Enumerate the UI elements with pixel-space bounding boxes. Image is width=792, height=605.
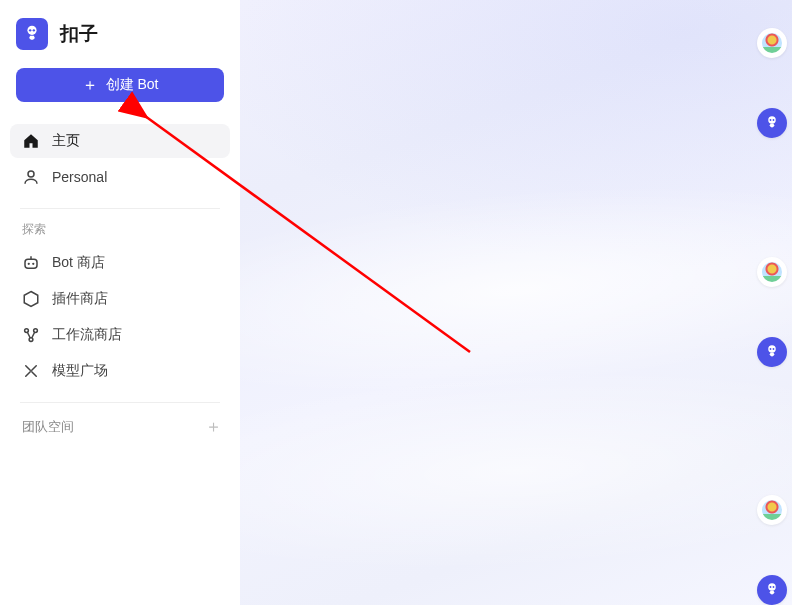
right-rail — [752, 0, 792, 605]
rail-bot-1[interactable] — [757, 108, 787, 138]
workflow-store-icon — [22, 326, 40, 344]
nav-bot-store-label: Bot 商店 — [52, 254, 105, 272]
explore-label: 探索 — [0, 221, 240, 246]
primary-nav: 主页 Personal — [0, 124, 240, 194]
rail-avatar-3[interactable] — [757, 495, 787, 525]
explore-nav: Bot 商店 插件商店 工作流商店 模型广场 — [0, 246, 240, 388]
svg-point-18 — [770, 586, 772, 588]
nav-home[interactable]: 主页 — [10, 124, 230, 158]
divider — [20, 208, 220, 209]
nav-bot-store[interactable]: Bot 商店 — [10, 246, 230, 280]
svg-rect-4 — [25, 259, 37, 268]
nav-model-arena-label: 模型广场 — [52, 362, 108, 380]
create-bot-button[interactable]: ＋ 创建 Bot — [16, 68, 224, 102]
svg-point-0 — [27, 26, 36, 35]
bot-icon — [763, 114, 781, 132]
balloon-avatar-icon — [762, 33, 782, 53]
svg-point-2 — [33, 29, 35, 31]
nav-model-arena[interactable]: 模型广场 — [10, 354, 230, 388]
svg-point-11 — [768, 116, 776, 124]
home-icon — [22, 132, 40, 150]
svg-point-6 — [32, 263, 34, 265]
svg-point-12 — [770, 119, 772, 121]
nav-workflow-store-label: 工作流商店 — [52, 326, 122, 344]
svg-point-1 — [29, 29, 31, 31]
divider — [20, 402, 220, 403]
svg-point-5 — [28, 263, 30, 265]
nav-home-label: 主页 — [52, 132, 80, 150]
add-team-space-button[interactable]: ＋ — [204, 415, 222, 438]
svg-point-15 — [770, 348, 772, 350]
sidebar: 扣子 ＋ 创建 Bot 主页 Personal 探索 — [0, 0, 240, 605]
plugin-store-icon — [22, 290, 40, 308]
svg-point-13 — [773, 119, 775, 121]
nav-personal[interactable]: Personal — [10, 160, 230, 194]
balloon-avatar-icon — [762, 262, 782, 282]
balloon-avatar-icon — [762, 500, 782, 520]
main-content — [240, 0, 792, 605]
svg-point-17 — [768, 583, 776, 591]
rail-bot-2[interactable] — [757, 337, 787, 367]
rail-bot-3[interactable] — [757, 575, 787, 605]
person-icon — [22, 168, 40, 186]
bot-icon — [763, 343, 781, 361]
rail-avatar-1[interactable] — [757, 28, 787, 58]
bot-store-icon — [22, 254, 40, 272]
nav-personal-label: Personal — [52, 169, 107, 185]
nav-plugin-store[interactable]: 插件商店 — [10, 282, 230, 316]
create-bot-label: 创建 Bot — [106, 76, 159, 94]
bot-icon — [763, 581, 781, 599]
svg-point-19 — [773, 586, 775, 588]
plus-icon: ＋ — [82, 77, 98, 93]
rail-avatar-2[interactable] — [757, 257, 787, 287]
svg-point-14 — [768, 345, 776, 353]
team-space-label: 团队空间 — [22, 418, 74, 436]
brand: 扣子 — [0, 14, 240, 68]
model-arena-icon — [22, 362, 40, 380]
svg-point-16 — [773, 348, 775, 350]
nav-workflow-store[interactable]: 工作流商店 — [10, 318, 230, 352]
nav-plugin-store-label: 插件商店 — [52, 290, 108, 308]
brand-logo-icon — [16, 18, 48, 50]
team-space-header[interactable]: 团队空间 ＋ — [0, 415, 240, 438]
brand-name: 扣子 — [60, 21, 98, 47]
svg-point-3 — [28, 171, 34, 177]
